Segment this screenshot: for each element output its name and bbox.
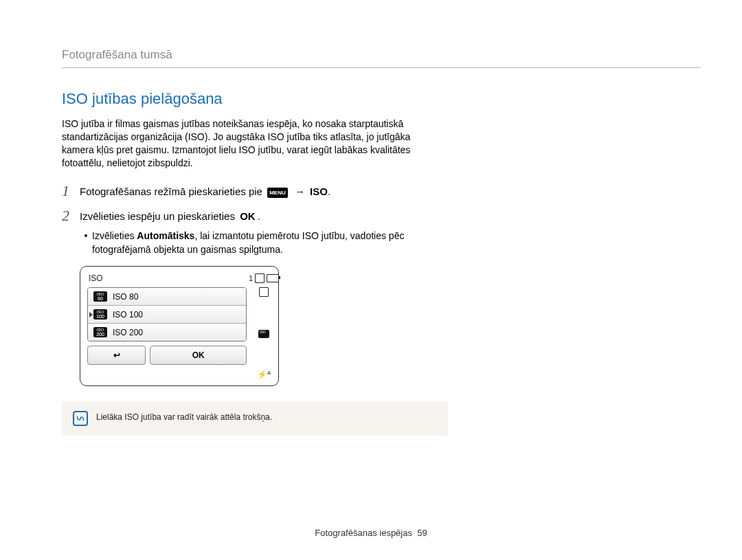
camera-ui-illustration: ISO ISO80 ISO 80 ISO100 ISO 100 ISO200 I… xyxy=(80,266,279,386)
sd-card-icon xyxy=(255,273,265,283)
bullet-text-bold: Automātisks xyxy=(137,230,194,241)
step-number-1: 1 xyxy=(62,183,80,199)
arrow-icon: → xyxy=(295,186,305,197)
iso-option-label: ISO 200 xyxy=(113,328,143,337)
step-1-dot: . xyxy=(328,186,330,197)
iso-indicator-icon xyxy=(258,330,269,338)
step-2-dot: . xyxy=(258,210,260,222)
note-text: Lielāka ISO jutība var radīt vairāk attē… xyxy=(96,411,272,423)
flash-auto-icon: ⚡ᴬ xyxy=(257,370,271,379)
step-number-2: 2 xyxy=(62,208,80,223)
iso-option-label: ISO 80 xyxy=(113,292,138,302)
step-1: 1 Fotografēšanas režīmā pieskarieties pi… xyxy=(62,183,447,199)
iso-option-row: ISO200 ISO 200 xyxy=(88,324,246,341)
ok-button: OK xyxy=(150,346,247,365)
page-number: 59 xyxy=(417,528,427,538)
bullet-text-a: Izvēlieties xyxy=(92,230,137,241)
bullet-icon: • xyxy=(80,229,92,243)
section-title: ISO jutības pielāgošana xyxy=(62,90,701,108)
breadcrumb: Fotografēšana tumsā xyxy=(62,48,701,68)
step-2: 2 Izvēlieties iespēju un pieskarieties O… xyxy=(62,208,447,256)
iso-option-list: ISO80 ISO 80 ISO100 ISO 100 ISO200 ISO 2… xyxy=(87,287,247,341)
back-button: ↩ xyxy=(87,346,146,365)
menu-icon: MENU xyxy=(267,188,288,199)
iso-option-row: ISO80 ISO 80 xyxy=(88,288,246,306)
counter-value: 1 xyxy=(249,275,253,282)
storage-icon xyxy=(259,287,269,297)
note-icon xyxy=(73,411,88,426)
iso-option-label: ISO 100 xyxy=(113,310,143,320)
footer-label: Fotografēšanas iespējas xyxy=(315,528,412,538)
intro-paragraph: ISO jutība ir filmas gaismas jutības not… xyxy=(62,117,426,170)
iso-badge-100-icon: ISO100 xyxy=(93,309,107,320)
iso-option-row: ISO100 ISO 100 xyxy=(88,306,246,324)
ok-icon: OK xyxy=(240,210,256,222)
step-1-text-a: Fotografēšanas režīmā pieskarieties pie xyxy=(80,186,265,197)
step-2-text: Izvēlieties iespēju un pieskarieties xyxy=(80,210,238,222)
iso-badge-80-icon: ISO80 xyxy=(93,291,107,302)
page-footer: Fotografēšanas iespējas 59 xyxy=(0,528,742,538)
step-2-bullet: Izvēlieties Automātisks, lai izmantotu p… xyxy=(92,229,447,256)
battery-icon xyxy=(267,274,279,282)
camera-title: ISO xyxy=(85,271,249,286)
iso-badge-200-icon: ISO200 xyxy=(93,327,107,337)
note-box: Lielāka ISO jutība var radīt vairāk attē… xyxy=(62,401,448,436)
step-1-iso-label: ISO xyxy=(310,186,328,197)
